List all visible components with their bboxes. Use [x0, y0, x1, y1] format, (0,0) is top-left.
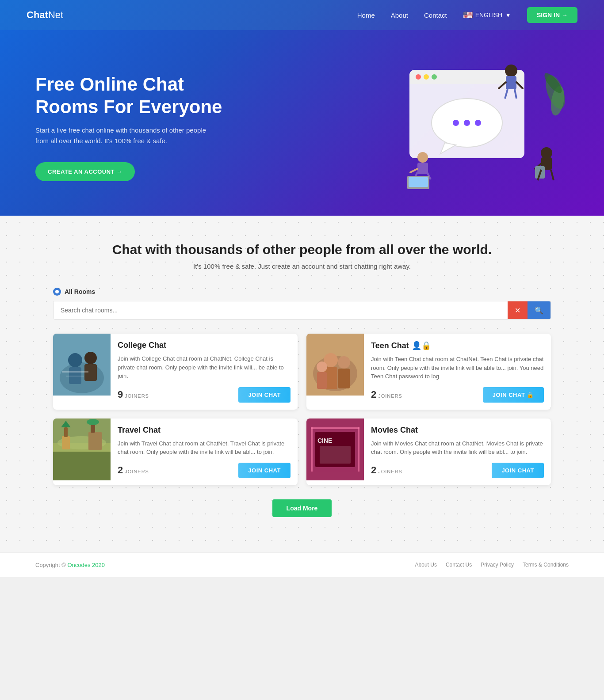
navbar: ChatNet Home About Contact 🇺🇸 ENGLISH ▼ …: [0, 0, 604, 30]
search-input[interactable]: [54, 301, 508, 319]
svg-point-47: [317, 361, 327, 372]
svg-rect-66: [358, 427, 359, 472]
svg-point-17: [417, 152, 428, 163]
card-joiners-teen: 2JOINERS: [371, 389, 402, 400]
svg-point-9: [464, 120, 470, 126]
hero-content: Free Online Chat Rooms For Everyone Star…: [35, 73, 248, 181]
brand-light: Net: [48, 9, 63, 20]
footer-link-1[interactable]: Contact Us: [446, 562, 472, 568]
card-joiners-movies: 2JOINERS: [371, 464, 402, 476]
svg-point-3: [416, 74, 421, 80]
svg-rect-46: [338, 369, 350, 388]
card-body-college: College Chat Join with College Chat chat…: [111, 334, 298, 410]
nav-language[interactable]: 🇺🇸 ENGLISH ▼: [463, 10, 511, 20]
search-go-button[interactable]: 🔍: [528, 301, 550, 319]
footer: Copyright © Oncodes 2020 About UsContact…: [0, 552, 604, 577]
nav-contact[interactable]: Contact: [424, 11, 447, 19]
card-desc-college: Join with College Chat chat room at Chat…: [118, 354, 291, 381]
svg-point-5: [432, 74, 437, 80]
search-clear-button[interactable]: ✕: [508, 301, 528, 319]
hero-illustration: [383, 57, 569, 198]
card-joiners-travel: 2JOINERS: [118, 464, 149, 476]
rooms-dot-icon: [53, 288, 61, 296]
rooms-label: All Rooms: [53, 288, 551, 296]
card-joiners-college: 9JOINERS: [118, 389, 149, 400]
svg-point-35: [68, 353, 82, 367]
nav-about[interactable]: About: [391, 11, 408, 19]
card-footer-movies: 2JOINERS JOIN CHAT: [371, 463, 544, 478]
card-desc-movies: Join with Movies Chat chat room at ChatN…: [371, 439, 544, 457]
card-image-movies: CINE: [306, 418, 364, 480]
card-movies: CINE Movies Chat Join with Movies Chat c…: [306, 418, 551, 485]
chevron-down-icon: ▼: [505, 11, 511, 19]
card-travel: Travel Chat Join with Travel Chat chat r…: [53, 418, 298, 485]
hero-subtitle: Start a live free chat online with thous…: [35, 125, 212, 146]
footer-link-0[interactable]: About Us: [415, 562, 437, 568]
svg-rect-48: [317, 372, 327, 389]
main-section: Chat with thousands of other people from…: [0, 216, 604, 552]
svg-rect-23: [409, 177, 428, 187]
card-image-college: [53, 334, 111, 396]
card-body-movies: Movies Chat Join with Movies Chat chat r…: [364, 418, 551, 485]
signin-button[interactable]: SIGN IN →: [527, 7, 577, 23]
language-label: ENGLISH: [475, 11, 502, 19]
card-title-travel: Travel Chat: [118, 426, 291, 435]
join-chat-button-movies[interactable]: JOIN CHAT: [492, 463, 544, 478]
card-desc-travel: Join with Travel Chat chat room at ChatN…: [118, 439, 291, 457]
nav-home[interactable]: Home: [357, 11, 375, 19]
svg-rect-12: [506, 76, 516, 89]
load-more-button[interactable]: Load More: [272, 499, 332, 517]
join-chat-button-college[interactable]: JOIN CHAT: [238, 387, 291, 403]
svg-rect-18: [417, 163, 428, 174]
footer-links: About UsContact UsPrivacy PolicyTerms & …: [415, 562, 569, 568]
svg-rect-65: [311, 427, 313, 472]
card-body-teen: Teen Chat 👤🔒 Join with Teen Chat chat ro…: [364, 334, 551, 410]
svg-line-19: [410, 169, 417, 172]
flag-icon: 🇺🇸: [463, 10, 473, 20]
nav-links: Home About Contact 🇺🇸 ENGLISH ▼ SIGN IN …: [357, 7, 577, 23]
hero-section: Free Online Chat Rooms For Everyone Star…: [0, 30, 604, 216]
svg-point-58: [87, 419, 99, 425]
brand-logo[interactable]: ChatNet: [27, 9, 63, 21]
card-image-travel: [53, 418, 111, 480]
svg-point-10: [475, 120, 481, 126]
svg-point-34: [60, 362, 104, 393]
svg-rect-67: [311, 427, 359, 429]
card-teen: Teen Chat 👤🔒 Join with Teen Chat chat ro…: [306, 334, 551, 410]
svg-line-29: [551, 170, 554, 180]
cards-grid: College Chat Join with College Chat chat…: [53, 334, 551, 485]
hero-title: Free Online Chat Rooms For Everyone: [35, 73, 248, 118]
brand-bold: Chat: [27, 9, 48, 20]
footer-copyright: Copyright © Oncodes 2020: [35, 562, 105, 568]
svg-rect-54: [64, 427, 68, 437]
svg-rect-56: [88, 432, 102, 450]
card-footer-teen: 2JOINERS JOIN CHAT 🔒: [371, 387, 544, 403]
svg-rect-50: [53, 449, 111, 480]
card-college: College Chat Join with College Chat chat…: [53, 334, 298, 410]
svg-point-11: [505, 65, 517, 77]
rooms-label-text: All Rooms: [65, 288, 95, 295]
card-body-travel: Travel Chat Join with Travel Chat chat r…: [111, 418, 298, 485]
search-bar: ✕ 🔍: [53, 301, 551, 320]
svg-point-37: [84, 352, 97, 364]
card-image-teen: [306, 334, 364, 396]
footer-link-2[interactable]: Privacy Policy: [481, 562, 514, 568]
svg-point-4: [424, 74, 429, 80]
join-chat-button-travel[interactable]: JOIN CHAT: [238, 463, 291, 478]
footer-link-3[interactable]: Terms & Conditions: [523, 562, 569, 568]
svg-point-8: [453, 120, 459, 126]
svg-rect-64: [320, 446, 351, 464]
card-title-teen: Teen Chat 👤🔒: [371, 341, 544, 350]
section-subtitle: It's 100% free & safe. Just create an ac…: [53, 262, 551, 270]
card-footer-travel: 2JOINERS JOIN CHAT: [118, 463, 291, 478]
card-title-college: College Chat: [118, 341, 291, 350]
load-more-wrap: Load More: [53, 499, 551, 517]
person-icon: 👤🔒: [412, 341, 431, 350]
create-account-button[interactable]: CREATE AN ACCOUNT →: [35, 162, 135, 181]
footer-brand-link[interactable]: Oncodes 2020: [67, 562, 105, 568]
svg-text:CINE: CINE: [317, 437, 332, 444]
svg-rect-39: [62, 371, 88, 373]
join-chat-button-teen[interactable]: JOIN CHAT 🔒: [483, 387, 544, 403]
svg-point-24: [541, 147, 552, 159]
svg-rect-53: [62, 436, 70, 449]
